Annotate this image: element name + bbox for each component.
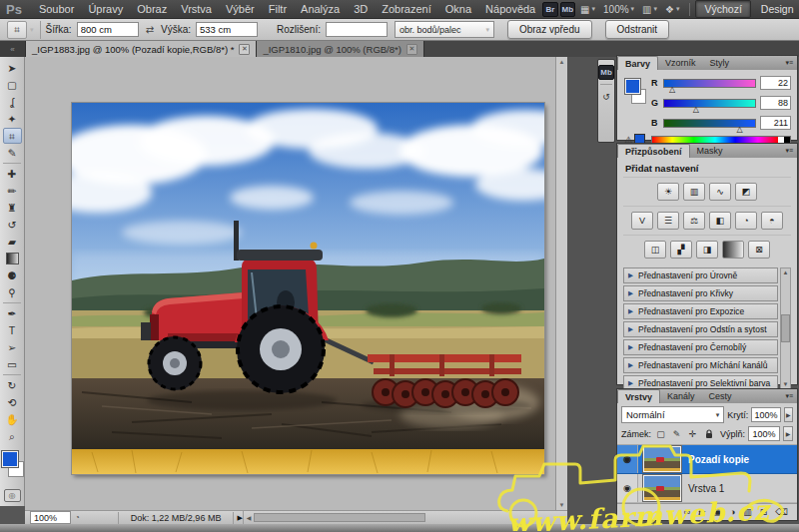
- rectangular-marquee-tool[interactable]: ▢: [3, 77, 22, 93]
- menu-vrstva[interactable]: Vrstva: [174, 2, 219, 16]
- vertical-scrollbar[interactable]: ▲ ▼: [555, 57, 567, 510]
- levels-icon[interactable]: ▥: [683, 183, 705, 201]
- menu-obraz[interactable]: Obraz: [130, 2, 174, 16]
- lock-position-icon[interactable]: ✛: [686, 427, 699, 440]
- preset-hue-saturation[interactable]: ▶Přednastavení pro Odstín a sytost: [623, 321, 778, 337]
- layer-row-pozadi-kopie[interactable]: ◉ Pozadí kopie: [617, 445, 797, 474]
- screen-mode-button[interactable]: ❖▾: [662, 4, 682, 15]
- layer-thumbnail[interactable]: [643, 446, 681, 472]
- layer-row-vrstva-1[interactable]: ◉ Vrstva 1: [617, 474, 797, 503]
- blue-slider[interactable]: △: [663, 119, 756, 128]
- foreground-color-swatch[interactable]: [2, 451, 18, 467]
- front-image-button[interactable]: Obraz vpředu: [507, 20, 592, 39]
- scrollbar-thumb[interactable]: [781, 314, 790, 342]
- history-panel-button[interactable]: ↺: [598, 89, 614, 105]
- brightness-contrast-icon[interactable]: ☀: [657, 183, 679, 201]
- toolbar-collapse-icon[interactable]: «: [0, 41, 26, 57]
- zoom-tool[interactable]: ⌕: [3, 428, 22, 444]
- fill-spinner-icon[interactable]: ▶: [783, 426, 793, 441]
- red-value[interactable]: 22: [760, 76, 791, 90]
- bridge-icon[interactable]: Br: [542, 2, 557, 17]
- posterize-icon[interactable]: ▞: [670, 241, 692, 259]
- layer-mask-icon[interactable]: ▣: [713, 507, 722, 517]
- gradient-map-icon[interactable]: [722, 241, 744, 259]
- hue-saturation-icon[interactable]: ☰: [657, 212, 679, 230]
- new-layer-icon[interactable]: ⊞: [760, 507, 768, 517]
- gradient-tool[interactable]: [3, 251, 22, 266]
- panel-menu-icon[interactable]: ▾≡: [781, 389, 797, 403]
- swap-dimensions-icon[interactable]: ⇄: [144, 24, 156, 35]
- tab-styly[interactable]: Styly: [703, 56, 737, 70]
- green-value[interactable]: 88: [760, 96, 791, 110]
- opacity-spinner-icon[interactable]: ▶: [784, 407, 793, 422]
- layer-visibility-eye-icon[interactable]: ◉: [617, 474, 638, 502]
- status-zoom-input[interactable]: 100%: [30, 511, 71, 524]
- foreground-color-swatch[interactable]: [625, 79, 640, 94]
- layer-group-icon[interactable]: ▥: [743, 507, 752, 517]
- menu-upravy[interactable]: Úpravy: [81, 2, 130, 16]
- slider-thumb[interactable]: △: [693, 106, 699, 114]
- 3d-rotate-tool[interactable]: ↻: [3, 377, 22, 393]
- exposure-icon[interactable]: ◩: [735, 183, 757, 201]
- menu-zobrazeni[interactable]: Zobrazení: [375, 2, 438, 16]
- mini-bridge-panel-button[interactable]: Mb: [598, 64, 614, 80]
- delete-layer-icon[interactable]: ⌫: [775, 507, 788, 517]
- lock-transparent-pixels-icon[interactable]: ▢: [654, 427, 667, 440]
- menu-analyza[interactable]: Analýza: [294, 2, 347, 16]
- mini-bridge-icon[interactable]: Mb: [560, 2, 575, 17]
- opacity-value[interactable]: 100%: [751, 407, 780, 422]
- 3d-orbit-tool[interactable]: ⟲: [3, 394, 22, 410]
- document-tab-active[interactable]: _IGP1883.jpg @ 100% (Pozadí kopie,RGB/8*…: [26, 41, 257, 57]
- selective-color-icon[interactable]: ⊠: [748, 241, 770, 259]
- photo-filter-icon[interactable]: ◔: [735, 212, 757, 230]
- scrollbar-thumb[interactable]: [254, 513, 425, 522]
- hand-tool[interactable]: ✋: [3, 411, 22, 427]
- path-selection-tool[interactable]: ➢: [3, 339, 22, 355]
- adjustment-layer-icon[interactable]: ◑: [730, 507, 735, 517]
- canvas-photo[interactable]: [72, 103, 544, 474]
- blue-value[interactable]: 211: [760, 116, 791, 130]
- tab-vrstvy[interactable]: Vrstvy: [617, 389, 660, 403]
- scroll-down-icon[interactable]: ▼: [783, 381, 789, 387]
- scroll-up-icon[interactable]: ▲: [783, 269, 789, 275]
- zoom-level-button[interactable]: 100%▾: [600, 4, 637, 15]
- invert-icon[interactable]: ◫: [644, 241, 666, 259]
- rectangle-tool[interactable]: ▭: [3, 356, 22, 372]
- menu-filtr[interactable]: Filtr: [262, 2, 294, 16]
- layer-thumbnail[interactable]: [643, 475, 681, 501]
- type-tool[interactable]: T: [3, 322, 22, 338]
- eraser-tool[interactable]: ▰: [3, 234, 22, 250]
- link-layers-icon[interactable]: ∞: [684, 507, 690, 517]
- preset-black-white[interactable]: ▶Přednastavení pro Černobílý: [623, 339, 778, 355]
- menu-vyber[interactable]: Výběr: [219, 2, 262, 16]
- scroll-down-icon[interactable]: ▼: [559, 502, 565, 508]
- crop-tool-preset[interactable]: ⌗ ▾: [5, 21, 41, 39]
- resolution-unit-select[interactable]: obr. bodů/palec ▾: [395, 21, 494, 38]
- lasso-tool[interactable]: ʆ: [3, 94, 22, 110]
- preset-levels[interactable]: ▶Přednastavení pro Úrovně: [623, 267, 778, 283]
- layer-visibility-eye-icon[interactable]: ◉: [617, 445, 638, 473]
- close-icon[interactable]: ✕: [239, 44, 250, 55]
- preset-scrollbar[interactable]: ▲ ▼: [780, 267, 791, 389]
- brush-tool[interactable]: ✏: [3, 183, 22, 199]
- menu-okna[interactable]: Okna: [438, 2, 478, 16]
- crop-tool[interactable]: ⌗: [3, 128, 22, 144]
- tab-kanaly[interactable]: Kanály: [660, 389, 702, 403]
- quick-selection-tool[interactable]: ✦: [3, 111, 22, 127]
- channel-mixer-icon[interactable]: ◓: [761, 212, 783, 230]
- dodge-tool[interactable]: ⚲: [3, 284, 22, 300]
- move-tool[interactable]: ➤: [3, 60, 22, 76]
- workspace-design[interactable]: Design: [753, 1, 799, 17]
- panel-menu-icon[interactable]: ▾≡: [781, 56, 797, 70]
- history-brush-tool[interactable]: ↺: [3, 217, 22, 233]
- tab-prizpusobeni[interactable]: Přizpůsobení: [617, 144, 690, 158]
- menu-soubor[interactable]: Soubor: [32, 2, 81, 16]
- layer-name[interactable]: Pozadí kopie: [688, 454, 749, 465]
- blend-mode-select[interactable]: Normální ▾: [621, 406, 724, 423]
- horizontal-scrollbar[interactable]: ◀: [243, 511, 567, 524]
- threshold-icon[interactable]: ◨: [696, 241, 718, 259]
- layer-style-icon[interactable]: fx: [698, 508, 705, 517]
- curves-icon[interactable]: ∿: [709, 183, 731, 201]
- view-extras-button[interactable]: ▦▾: [577, 4, 598, 15]
- tab-masky[interactable]: Masky: [690, 144, 730, 158]
